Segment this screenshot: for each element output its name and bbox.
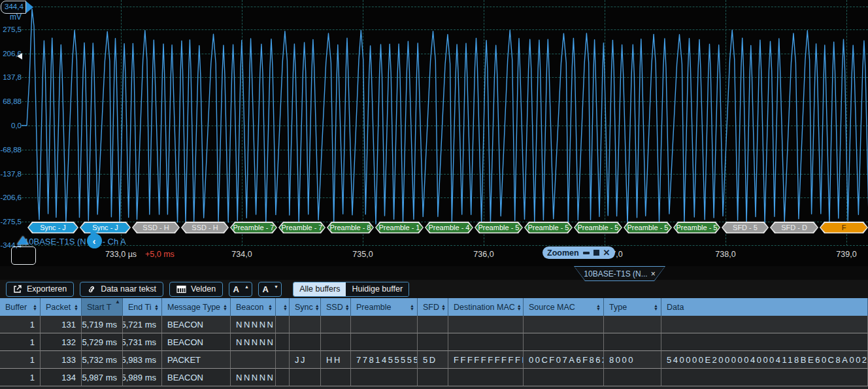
decode-bubble-sync[interactable]: Sync - J <box>80 222 131 233</box>
all-buffers-option[interactable]: Alle buffers <box>293 282 346 296</box>
fields-button[interactable]: Velden <box>169 282 223 297</box>
bubble-label: SSD - H <box>182 223 228 233</box>
table-cell <box>418 369 448 386</box>
zoom-minimize-button[interactable] <box>583 252 590 254</box>
tab-10base-t1s[interactable]: 10BASE-T1S (N... × <box>574 266 665 281</box>
sort-arrows-icon: ▲▼ <box>283 304 288 311</box>
table-cell <box>290 369 321 386</box>
scope-view[interactable]: 275,5206,6137,868,880,0-68,88-137,8-206,… <box>0 0 868 266</box>
column-header-label: Type <box>609 303 627 312</box>
decode-bubble-ssd[interactable]: SSD - H <box>181 222 229 233</box>
table-cell: BEACON <box>162 333 231 351</box>
bubble-label: SFD - 5 <box>723 223 768 233</box>
decode-bubble-f[interactable]: F <box>820 222 868 233</box>
decode-bubble-pre[interactable]: Preamble - 5 <box>524 222 573 233</box>
table-cell: 5,989 ms <box>123 369 162 386</box>
table-row[interactable]: 11335,732 ms5,983 msPACKETJJHH7781455555… <box>0 351 868 369</box>
column-header-label: Destination MAC <box>454 303 515 312</box>
column-header-end-ti[interactable]: End Ti▲▼ <box>123 298 162 316</box>
bubble-label: Preamble - 5 <box>675 223 720 233</box>
column-header-blank[interactable]: ▲▼ <box>276 298 290 316</box>
table-cell: 5,983 ms <box>123 351 162 369</box>
decode-bubble-pre[interactable]: Preamble - 7 <box>230 222 277 233</box>
x-tick-label: 736,0 <box>473 250 493 259</box>
bubble-label: F <box>821 223 867 233</box>
table-cell: 1 <box>0 351 41 369</box>
table-cell <box>351 369 418 386</box>
column-header-preamble[interactable]: Preamble▲▼ <box>351 298 418 316</box>
column-header-ssd[interactable]: SSD▲▼ <box>321 298 351 316</box>
x-tick-label: 733,0 µs <box>105 250 137 259</box>
channel-pin[interactable]: ‹ <box>87 233 102 248</box>
table-cell <box>351 316 418 333</box>
table-row[interactable]: 11325,729 ms5,731 msBEACONNNNNN <box>0 333 868 351</box>
column-header-data[interactable]: Data <box>661 298 868 316</box>
column-header-source-mac[interactable]: Source MAC▲▼ <box>524 298 604 316</box>
column-header-beacon[interactable]: Beacon▲▼ <box>231 298 276 316</box>
bubble-label: SFD - D <box>771 223 818 233</box>
decode-table: Buffer▲▼Packet▲▼Start T▲End Ti▲▼Message … <box>0 298 868 389</box>
data-to-text-button[interactable]: Data naar tekst <box>80 282 163 297</box>
table-cell: BEACON <box>162 316 231 333</box>
decode-bubble-pre[interactable]: Preamble - 1 <box>375 222 424 233</box>
column-header-buffer[interactable]: Buffer▲▼ <box>0 298 41 316</box>
font-decrease-label: A <box>262 284 268 294</box>
bubble-label: Preamble - 4 <box>426 223 473 233</box>
decode-bubble-pre[interactable]: Preamble - 7 <box>278 222 326 233</box>
table-cell <box>290 333 321 351</box>
column-header-message-type[interactable]: Message Type▲▼ <box>162 298 231 316</box>
zoom-maximize-button[interactable] <box>593 250 599 256</box>
tab-close-icon[interactable]: × <box>651 269 656 279</box>
sort-arrows-icon: ▲▼ <box>596 304 601 311</box>
bubble-label: Preamble - 8 <box>328 223 373 233</box>
column-header-label: SSD <box>326 303 343 312</box>
decode-bubble-pre[interactable]: Preamble - 5 <box>475 222 523 233</box>
column-header-packet[interactable]: Packet▲▼ <box>41 298 82 316</box>
table-cell: 540000E20000040004118BE60C8A0020 <box>661 351 868 369</box>
table-cell: 1 <box>0 369 41 386</box>
triangle-down-icon: ▼ <box>274 284 278 289</box>
table-row[interactable]: 11315,719 ms5,721 msBEACONNNNNN <box>0 316 868 333</box>
font-decrease-button[interactable]: A▼ <box>258 282 282 297</box>
table-cell: 5,732 ms <box>82 351 123 369</box>
column-header-sync[interactable]: Sync▲▼ <box>290 298 321 316</box>
font-increase-label: A <box>233 284 239 294</box>
table-cell <box>661 316 868 333</box>
column-header-sfd[interactable]: SFD▲▼ <box>418 298 448 316</box>
decode-bubble-pre[interactable]: Preamble - 8 <box>327 222 374 233</box>
font-increase-button[interactable]: A▲ <box>229 282 252 297</box>
chevron-left-icon: ‹ <box>87 233 102 248</box>
bubble-label: Preamble - 5 <box>575 223 622 233</box>
export-icon <box>13 285 22 294</box>
table-cell <box>448 333 524 351</box>
sort-arrows-icon: ▲▼ <box>441 304 446 311</box>
export-button[interactable]: Exporteren <box>6 282 74 297</box>
current-buffer-option[interactable]: Huidige buffer <box>346 282 409 296</box>
table-cell: JJ <box>290 351 321 369</box>
fields-label: Velden <box>191 284 216 294</box>
decode-bubble-sync[interactable]: Sync - J <box>27 222 78 233</box>
table-row[interactable]: 11345,987 ms5,989 msBEACONNNNNN <box>0 369 868 386</box>
decode-bubble-sfd[interactable]: SFD - 5 <box>722 222 769 233</box>
decode-bubble-pre[interactable]: Preamble - 5 <box>624 222 672 233</box>
decode-bubble-ssd[interactable]: SSD - H <box>132 222 180 233</box>
bubble-label: Preamble - 5 <box>476 223 522 233</box>
table-cell: NNNNN <box>231 333 276 351</box>
decode-bubble-sfd[interactable]: SFD - D <box>770 222 818 233</box>
table-cell: 131 <box>41 316 82 333</box>
column-header-type[interactable]: Type▲▼ <box>604 298 661 316</box>
decode-bubble-pre[interactable]: Preamble - 5 <box>673 222 720 233</box>
decode-bubble-pre[interactable]: Preamble - 4 <box>425 222 473 233</box>
table-cell: FFFFFFFFFFFF <box>448 351 524 369</box>
decode-bubble-pre[interactable]: Preamble - 5 <box>574 222 622 233</box>
column-header-destination-mac[interactable]: Destination MAC▲▼ <box>448 298 524 316</box>
table-cell: 5D <box>418 351 448 369</box>
column-header-label: Preamble <box>356 303 392 312</box>
zoom-overview-widget[interactable]: Zoomen ✕ <box>542 246 615 259</box>
zoom-close-icon[interactable]: ✕ <box>603 248 610 257</box>
column-header-start-t[interactable]: Start T▲ <box>82 298 123 316</box>
sort-ascending-icon: ▲ <box>115 299 120 305</box>
triangle-up-icon: ▲ <box>244 284 249 289</box>
column-header-label: Packet <box>46 303 71 312</box>
table-cell: 8000 <box>604 351 661 369</box>
